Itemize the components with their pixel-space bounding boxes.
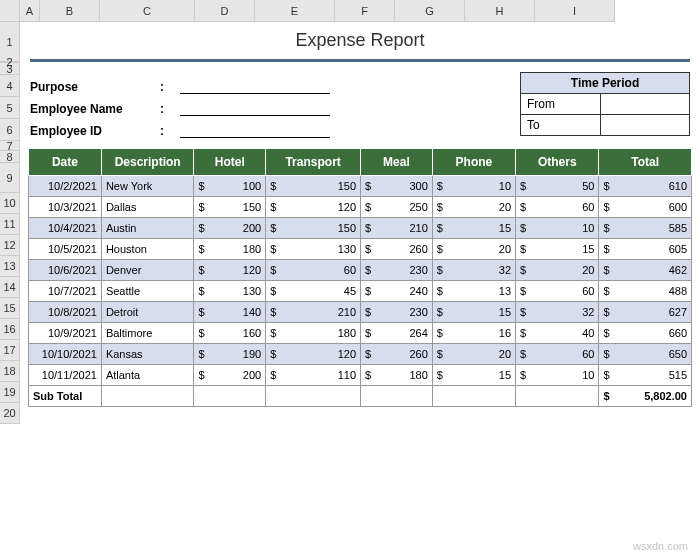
cell-phone[interactable]: $10 xyxy=(432,176,515,197)
cell-hotel[interactable]: $180 xyxy=(194,239,266,260)
report-title[interactable]: Expense Report xyxy=(295,30,424,51)
to-value[interactable] xyxy=(601,115,689,135)
cell-phone[interactable]: $16 xyxy=(432,323,515,344)
row-header-17[interactable]: 17 xyxy=(0,340,20,361)
cell-phone[interactable]: $32 xyxy=(432,260,515,281)
cell-hotel[interactable]: $150 xyxy=(194,197,266,218)
cell-total[interactable]: $462 xyxy=(599,260,692,281)
cell-date[interactable]: 10/6/2021 xyxy=(29,260,102,281)
cell-hotel[interactable]: $200 xyxy=(194,218,266,239)
cell-hotel[interactable]: $160 xyxy=(194,323,266,344)
cell-description[interactable]: Denver xyxy=(101,260,194,281)
cell-phone[interactable]: $20 xyxy=(432,344,515,365)
row-header-8[interactable]: 8 xyxy=(0,151,20,163)
cell-meal[interactable]: $210 xyxy=(361,218,433,239)
cell-meal[interactable]: $264 xyxy=(361,323,433,344)
th-meal[interactable]: Meal xyxy=(361,149,433,176)
cell-date[interactable]: 10/7/2021 xyxy=(29,281,102,302)
purpose-label[interactable]: Purpose xyxy=(30,80,160,94)
cell-hotel[interactable]: $140 xyxy=(194,302,266,323)
column-header-I[interactable]: I xyxy=(535,0,615,22)
from-label[interactable]: From xyxy=(521,94,601,114)
row-header-15[interactable]: 15 xyxy=(0,298,20,319)
cell-total[interactable]: $627 xyxy=(599,302,692,323)
cell-phone[interactable]: $13 xyxy=(432,281,515,302)
employee-name-input-line[interactable] xyxy=(180,102,330,116)
time-period-header[interactable]: Time Period xyxy=(521,73,689,94)
cell-transport[interactable]: $120 xyxy=(266,197,361,218)
row-header-18[interactable]: 18 xyxy=(0,361,20,382)
cell-total[interactable]: $585 xyxy=(599,218,692,239)
cell-others[interactable]: $60 xyxy=(516,197,599,218)
cell-description[interactable]: Kansas xyxy=(101,344,194,365)
employee-id-label[interactable]: Employee ID xyxy=(30,124,160,138)
to-label[interactable]: To xyxy=(521,115,601,135)
cell-date[interactable]: 10/3/2021 xyxy=(29,197,102,218)
column-header-C[interactable]: C xyxy=(100,0,195,22)
cell-others[interactable]: $15 xyxy=(516,239,599,260)
cell-others[interactable]: $10 xyxy=(516,218,599,239)
column-header-A[interactable]: A xyxy=(20,0,40,22)
cell-meal[interactable]: $230 xyxy=(361,260,433,281)
th-total[interactable]: Total xyxy=(599,149,692,176)
cell-phone[interactable]: $20 xyxy=(432,197,515,218)
cell-transport[interactable]: $45 xyxy=(266,281,361,302)
cell-transport[interactable]: $150 xyxy=(266,176,361,197)
cell-phone[interactable]: $15 xyxy=(432,302,515,323)
row-header-9[interactable]: 9 xyxy=(0,163,20,193)
from-value[interactable] xyxy=(601,94,689,114)
row-header-20[interactable]: 20 xyxy=(0,403,20,424)
cell-description[interactable]: Baltimore xyxy=(101,323,194,344)
cell-others[interactable]: $40 xyxy=(516,323,599,344)
cell-date[interactable]: 10/10/2021 xyxy=(29,344,102,365)
cell-phone[interactable]: $15 xyxy=(432,365,515,386)
column-header-D[interactable]: D xyxy=(195,0,255,22)
cell-date[interactable]: 10/4/2021 xyxy=(29,218,102,239)
purpose-input-line[interactable] xyxy=(180,80,330,94)
cell-total[interactable]: $515 xyxy=(599,365,692,386)
cell-description[interactable]: Dallas xyxy=(101,197,194,218)
cell-description[interactable]: Houston xyxy=(101,239,194,260)
cell-description[interactable]: Austin xyxy=(101,218,194,239)
cell-others[interactable]: $32 xyxy=(516,302,599,323)
cell-hotel[interactable]: $120 xyxy=(194,260,266,281)
cell-others[interactable]: $60 xyxy=(516,344,599,365)
cell-meal[interactable]: $300 xyxy=(361,176,433,197)
cell-date[interactable]: 10/9/2021 xyxy=(29,323,102,344)
row-header-12[interactable]: 12 xyxy=(0,235,20,256)
employee-name-label[interactable]: Employee Name xyxy=(30,102,160,116)
cell-meal[interactable]: $250 xyxy=(361,197,433,218)
cell-transport[interactable]: $60 xyxy=(266,260,361,281)
subtotal-label[interactable]: Sub Total xyxy=(29,386,102,407)
column-header-H[interactable]: H xyxy=(465,0,535,22)
row-header-11[interactable]: 11 xyxy=(0,214,20,235)
colon[interactable]: : xyxy=(160,124,180,138)
colon[interactable]: : xyxy=(160,80,180,94)
column-header-G[interactable]: G xyxy=(395,0,465,22)
cell-transport[interactable]: $210 xyxy=(266,302,361,323)
cell-transport[interactable]: $130 xyxy=(266,239,361,260)
th-transport[interactable]: Transport xyxy=(266,149,361,176)
column-header-B[interactable]: B xyxy=(40,0,100,22)
cell-others[interactable]: $60 xyxy=(516,281,599,302)
cell-transport[interactable]: $120 xyxy=(266,344,361,365)
row-header-4[interactable]: 4 xyxy=(0,75,20,97)
cell-others[interactable]: $10 xyxy=(516,365,599,386)
row-header-13[interactable]: 13 xyxy=(0,256,20,277)
cell-description[interactable]: Atlanta xyxy=(101,365,194,386)
th-others[interactable]: Others xyxy=(516,149,599,176)
cell-transport[interactable]: $180 xyxy=(266,323,361,344)
th-date[interactable]: Date xyxy=(29,149,102,176)
cell-hotel[interactable]: $190 xyxy=(194,344,266,365)
cell-empty[interactable] xyxy=(194,386,266,407)
cell-total[interactable]: $488 xyxy=(599,281,692,302)
cell-date[interactable]: 10/2/2021 xyxy=(29,176,102,197)
row-header-10[interactable]: 10 xyxy=(0,193,20,214)
column-header-E[interactable]: E xyxy=(255,0,335,22)
cell-empty[interactable] xyxy=(432,386,515,407)
employee-id-input-line[interactable] xyxy=(180,124,330,138)
row-header-3[interactable]: 3 xyxy=(0,63,20,75)
cell-hotel[interactable]: $130 xyxy=(194,281,266,302)
row-header-7[interactable]: 7 xyxy=(0,141,20,151)
cell-date[interactable]: 10/8/2021 xyxy=(29,302,102,323)
